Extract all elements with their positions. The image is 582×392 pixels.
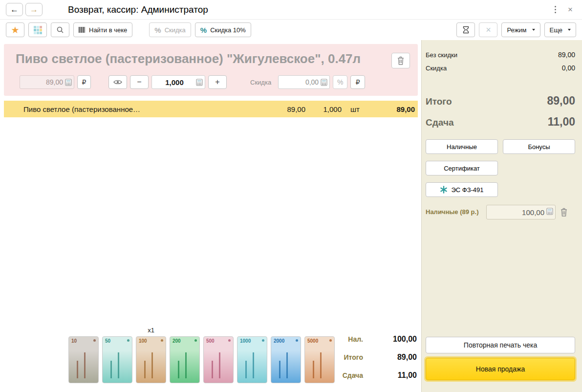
discount-percent-button[interactable]: %	[333, 75, 347, 89]
search-button[interactable]	[51, 22, 69, 37]
change-label: Сдача	[332, 371, 363, 379]
banknote-dot	[127, 339, 129, 342]
view-item-button[interactable]	[108, 75, 127, 89]
find-in-receipt-label: Найти в чеке	[89, 26, 127, 34]
discount-ruble-button[interactable]: ₽	[350, 75, 365, 89]
pay-cash-button[interactable]: Наличные	[426, 139, 498, 154]
banknote-500[interactable]: 500	[203, 336, 234, 383]
quantity-increase-button[interactable]: +	[208, 75, 227, 89]
banknote-dot	[93, 339, 96, 342]
cash-given-input[interactable]	[486, 205, 556, 219]
row-item-qty: 1,000	[305, 105, 342, 113]
more-button[interactable]: Еще	[544, 22, 576, 37]
cash-value: 100,00	[363, 335, 417, 344]
banknote-1000[interactable]: 1000	[237, 336, 267, 383]
payment-buttons: Наличные Бонусы Сертификат ЭС ФЗ-491	[426, 139, 575, 197]
row-item-sum: 89,00	[372, 105, 415, 113]
price-input[interactable]	[20, 75, 74, 89]
quantity-field[interactable]	[155, 78, 196, 87]
banknote-dot	[228, 339, 231, 342]
banknote-10[interactable]: 10	[68, 336, 99, 383]
discount-button[interactable]: % Скидка	[149, 22, 191, 37]
banknote-100[interactable]: 100	[136, 336, 166, 383]
item-discount-input[interactable]	[278, 75, 330, 89]
forward-button[interactable]: →	[25, 3, 43, 16]
pay-es-label: ЭС ФЗ-491	[451, 186, 483, 194]
barcode-icon	[79, 26, 86, 33]
mode-button[interactable]: Режим	[501, 22, 540, 37]
total-value: 89,00	[363, 353, 417, 362]
banknote-200[interactable]: 200	[170, 336, 200, 383]
trash-icon	[560, 207, 568, 217]
pay-bonus-button[interactable]: Бонусы	[503, 139, 575, 154]
price-field[interactable]	[23, 78, 65, 86]
quantity-decrease-button[interactable]: −	[130, 75, 149, 89]
back-button[interactable]: ←	[6, 3, 23, 16]
mode-label: Режим	[507, 26, 526, 34]
postpone-receipt-button[interactable]	[456, 22, 475, 37]
total-label: Итого	[332, 353, 363, 361]
banknote-50[interactable]: 50	[102, 336, 132, 383]
more-label: Еще	[550, 26, 562, 34]
content: Пиво светлое (пастеризованное) "Жигулевс…	[0, 40, 582, 392]
discount-10-label: Скидка 10%	[210, 26, 246, 34]
banknote-2000[interactable]: 2000	[271, 336, 301, 383]
star-icon: ★	[11, 25, 19, 35]
pay-es-button[interactable]: ЭС ФЗ-491	[426, 182, 498, 197]
banknote-value: 1000	[240, 338, 251, 344]
favorites-button[interactable]: ★	[6, 22, 24, 37]
cash-summary-row: Сдача 11,00	[332, 370, 417, 381]
chevron-down-icon	[568, 29, 571, 31]
price-currency-button[interactable]: ₽	[77, 75, 91, 89]
calculator-icon[interactable]	[546, 208, 553, 217]
banknote-value: 100	[139, 338, 147, 344]
calculator-icon[interactable]	[65, 79, 72, 86]
row-item-price: 89,00	[270, 105, 305, 113]
item-discount-field[interactable]	[281, 78, 321, 86]
calculator-icon[interactable]	[196, 79, 203, 86]
forward-arrow-icon: →	[30, 5, 38, 15]
current-item-name: Пиво светлое (пастеризованное) "Жигулевс…	[16, 51, 391, 67]
banknote-dot	[262, 339, 264, 342]
remove-payment-button[interactable]	[560, 207, 568, 217]
kebab-menu-icon[interactable]	[550, 4, 560, 15]
close-button[interactable]: ×	[564, 5, 576, 15]
page-title: Возврат, кассир: Администратор	[68, 4, 208, 15]
banknote-value: 500	[206, 338, 215, 344]
change-value: 11,00	[453, 115, 575, 129]
toolbar-right-group: × Режим Еще	[456, 22, 576, 37]
find-in-receipt-button[interactable]: Найти в чеке	[73, 22, 132, 37]
no-discount-value: 89,00	[457, 51, 575, 59]
cash-summary: Нал. 100,00 Итого 89,00 Сдача 11,00	[332, 333, 417, 388]
banknotes-row: 10 50 100 200 500 1000 2000 5000	[68, 336, 335, 383]
discount-10-button[interactable]: % Скидка 10%	[195, 22, 251, 37]
receipt-area: Пиво светлое (пастеризованное) "Жигулевс…	[0, 40, 421, 392]
calculator-icon[interactable]	[321, 79, 327, 86]
asterisk-icon	[440, 186, 448, 194]
menu-grid-button[interactable]	[28, 22, 47, 37]
reprint-receipt-button[interactable]: Повторная печать чека	[426, 337, 575, 353]
banknote-dot	[296, 339, 298, 342]
search-icon	[56, 26, 64, 34]
delete-item-button[interactable]	[391, 53, 410, 68]
cancel-receipt-button[interactable]: ×	[479, 22, 497, 37]
cash-given-field[interactable]	[490, 208, 546, 217]
new-sale-button[interactable]: Новая продажа	[426, 358, 575, 380]
quantity-input[interactable]	[151, 75, 205, 89]
change-value: 11,00	[363, 371, 417, 380]
back-arrow-icon: ←	[10, 5, 19, 15]
pay-certificate-button[interactable]: Сертификат	[426, 161, 498, 175]
banknote-value: 50	[105, 338, 110, 344]
eye-icon	[113, 79, 122, 85]
banknote-5000[interactable]: 5000	[304, 336, 335, 383]
banknote-value: 10	[71, 338, 77, 344]
cash-summary-row: Итого 89,00	[332, 351, 417, 363]
percent-icon: %	[154, 26, 161, 34]
receipt-row[interactable]: Пиво светлое (пастеризованное… 89,00 1,0…	[4, 101, 418, 117]
discount-button-label: Скидка	[165, 26, 186, 34]
discount-label: Скидка	[426, 65, 447, 72]
total-row: Итого 89,00	[426, 94, 575, 108]
banknote-dot	[194, 339, 197, 342]
sidebar-spacer	[426, 219, 575, 337]
percent-icon: %	[200, 26, 207, 34]
